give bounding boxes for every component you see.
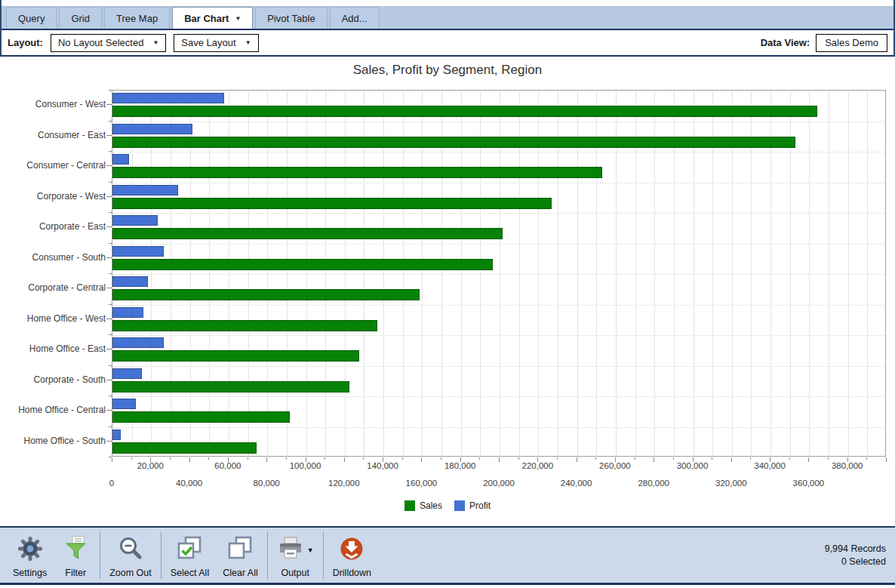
category-separator [112, 183, 885, 183]
category-label: Home Office - Central [0, 404, 106, 416]
axis-tick [344, 457, 345, 462]
tab-label: Add... [342, 8, 368, 29]
zoom-out-button[interactable]: Zoom Out [103, 528, 158, 583]
category-tick [106, 380, 112, 380]
category-label: Corporate - East [0, 220, 106, 232]
axis-tick [402, 457, 403, 460]
app-window: QueryGridTree MapBar Chart▼Pivot TableAd… [0, 0, 895, 588]
category-tick [106, 410, 112, 411]
bar-profit[interactable] [112, 368, 142, 379]
category-boundary-tick [109, 365, 112, 366]
category-label: Corporate - Central [0, 282, 106, 294]
axis-tick-label: 0 [109, 479, 114, 488]
axis-tick-label: 320,000 [715, 479, 747, 488]
bar-profit[interactable] [112, 246, 164, 257]
bar-sales[interactable] [112, 320, 377, 331]
bar-sales[interactable] [112, 442, 257, 454]
select-all-button[interactable]: Select All [164, 528, 216, 583]
axis-tick [712, 457, 712, 460]
chevron-down-icon[interactable]: ▼ [307, 546, 314, 554]
axis-tick [595, 457, 596, 460]
tab-pivot-table[interactable]: Pivot Table [255, 7, 327, 29]
drilldown-button[interactable]: Drilldown [326, 528, 378, 583]
gridline [848, 91, 849, 456]
category-separator [112, 122, 885, 122]
axis-tick [635, 457, 635, 460]
tab-add[interactable]: Add... [330, 7, 380, 29]
axis-tick [479, 457, 480, 460]
bar-profit[interactable] [112, 276, 148, 287]
sales-swatch [404, 500, 415, 511]
category-boundary-tick [109, 121, 112, 122]
bar-sales[interactable] [112, 228, 503, 239]
data-view-value[interactable]: Sales Demo [816, 34, 887, 52]
category-boundary-tick [109, 243, 112, 244]
axis-tick-label: 20,000 [137, 461, 164, 470]
output-button[interactable]: ▼Output [270, 528, 321, 583]
bar-profit[interactable] [112, 154, 129, 165]
bar-sales[interactable] [112, 259, 493, 270]
chart-panel: Sales, Profit by Segment, Region Consume… [0, 57, 895, 526]
bar-profit[interactable] [112, 399, 136, 409]
top-strip [2, 0, 893, 6]
axis-tick [654, 457, 654, 462]
axis-tick [441, 457, 441, 460]
category-tick [106, 135, 112, 136]
bar-profit[interactable] [112, 93, 224, 103]
axis-tick [518, 457, 519, 460]
bar-sales[interactable] [112, 167, 602, 178]
bar-profit[interactable] [112, 307, 143, 318]
bar-profit[interactable] [112, 215, 158, 226]
axis-tick-label: 220,000 [522, 461, 554, 470]
category-label: Consumer - South [0, 251, 106, 263]
category-boundary-tick [109, 426, 112, 427]
tab-label: Query [18, 8, 45, 29]
legend-item-sales: Sales [404, 500, 442, 511]
axis-tick-label: 180,000 [444, 461, 476, 470]
layout-label: Layout: [8, 37, 43, 48]
filter-button[interactable]: Filter [54, 528, 97, 583]
axis-tick [750, 457, 751, 460]
bar-sales[interactable] [112, 106, 817, 117]
axis-tick [808, 457, 809, 462]
legend-label: Sales [420, 500, 442, 511]
bar-sales[interactable] [112, 350, 359, 362]
category-separator [112, 244, 885, 245]
layout-select[interactable]: No Layout Selected ▼ [51, 34, 166, 52]
tab-query[interactable]: Query [6, 7, 57, 29]
bar-profit[interactable] [112, 429, 121, 440]
bar-sales[interactable] [112, 137, 795, 148]
category-tick [106, 319, 112, 319]
bar-profit[interactable] [112, 185, 178, 195]
category-boundary-tick [109, 212, 112, 213]
axis-tick [286, 457, 287, 460]
category-tick [106, 196, 112, 197]
category-label: Home Office - East [0, 343, 106, 355]
gridline [867, 91, 868, 456]
axis-tick [170, 457, 171, 460]
axis-tick-label: 60,000 [214, 461, 241, 470]
toolbar-separator [267, 531, 268, 579]
bar-sales[interactable] [112, 198, 552, 209]
bar-sales[interactable] [112, 381, 349, 393]
axis-tick-label: 200,000 [483, 479, 515, 488]
zoom-out-label: Zoom Out [109, 568, 152, 578]
bottom-toolbar: SettingsFilterZoom OutSelect AllClear Al… [0, 526, 895, 585]
tab-bar-chart[interactable]: Bar Chart▼ [172, 7, 253, 29]
tab-tree-map[interactable]: Tree Map [104, 7, 170, 29]
layout-select-value: No Layout Selected [58, 37, 143, 48]
clear-all-button[interactable]: Clear All [216, 528, 265, 583]
bar-profit[interactable] [112, 124, 192, 134]
bar-sales[interactable] [112, 411, 290, 423]
icon-row [117, 535, 144, 565]
settings-label: Settings [13, 568, 47, 578]
settings-button[interactable]: Settings [6, 528, 54, 583]
category-label: Corporate - South [0, 374, 106, 386]
bar-profit[interactable] [112, 337, 164, 348]
bar-sales[interactable] [112, 289, 420, 300]
axis-tick [189, 457, 190, 462]
printer-icon [277, 535, 304, 565]
axis-tick [266, 457, 267, 462]
tab-grid[interactable]: Grid [59, 7, 102, 29]
save-layout-select[interactable]: Save Layout ▼ [174, 34, 258, 52]
